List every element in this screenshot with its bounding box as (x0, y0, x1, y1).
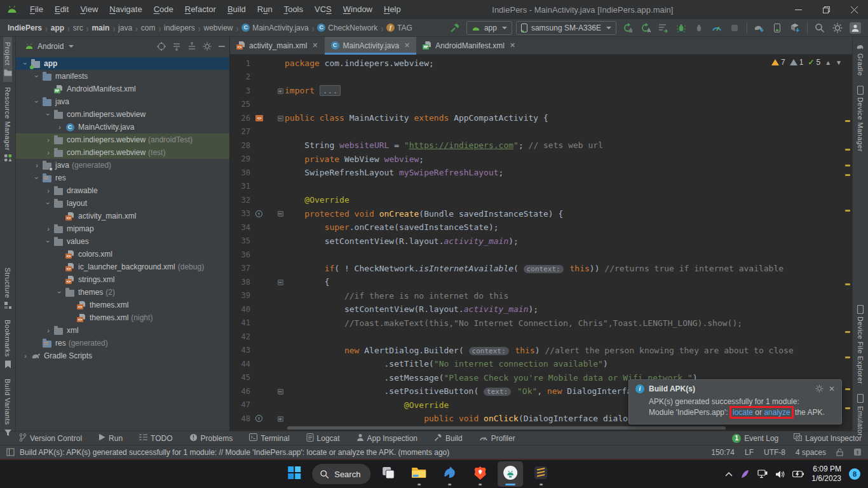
hide-panel-icon[interactable] (218, 43, 226, 50)
device-manager-icon[interactable] (770, 21, 785, 35)
tree-chevron-icon[interactable]: › (33, 97, 41, 106)
menu-run[interactable]: Run (252, 0, 278, 19)
indent-setting[interactable]: 4 spaces (796, 448, 826, 457)
breadcrumb-app[interactable]: app (51, 24, 64, 32)
taskbar-app-dolphin[interactable] (437, 461, 462, 487)
tab-close-icon[interactable]: ✕ (404, 41, 410, 50)
attach-debugger-icon[interactable] (691, 21, 707, 35)
status-message[interactable]: Build APK(s): APK(s) generated successfu… (20, 448, 449, 457)
tree-item-strings-xml[interactable]: <>strings.xml (16, 273, 229, 286)
tool-button-todo[interactable]: TODO (139, 433, 172, 443)
code-line[interactable]: 40 setContentView(R.layout.activity_main… (230, 302, 852, 316)
caret-position[interactable]: 150:74 (711, 448, 735, 457)
tree-item-ic-launcher-background-xml-debug-[interactable]: <>ic_launcher_background.xml(debug) (16, 261, 229, 273)
code-line[interactable]: 39 //if there is no internet do this (230, 289, 852, 303)
settings-icon[interactable] (830, 21, 845, 35)
tab-close-icon[interactable]: ✕ (510, 41, 515, 50)
menu-navigate[interactable]: Navigate (104, 0, 147, 19)
network-icon[interactable] (757, 470, 768, 478)
tree-item-com-indiepers-webview[interactable]: ›com.indiepers.webview (16, 108, 229, 121)
breadcrumb-checknetwork[interactable]: CCheckNetwork (317, 24, 377, 32)
breadcrumb-indiepers[interactable]: indiepers (164, 24, 195, 32)
code-line[interactable]: 43 new AlertDialog.Builder( context: thi… (230, 344, 852, 358)
tree-chevron-icon[interactable]: › (44, 149, 53, 156)
code-line[interactable]: 44 .setTitle("No internet connection ava… (230, 357, 852, 371)
debug-icon[interactable] (674, 21, 689, 35)
fold-marker-icon[interactable]: − (276, 115, 285, 121)
notification-close-icon[interactable]: ✕ (829, 384, 835, 393)
run-icon[interactable] (620, 21, 635, 35)
project-view-mode[interactable]: Android (37, 42, 64, 51)
taskbar-app-brave[interactable] (467, 461, 492, 487)
code-line[interactable]: 25 (230, 98, 852, 112)
breadcrumb-tag[interactable]: fTAG (386, 24, 412, 32)
stop-icon[interactable] (727, 21, 742, 35)
code-line[interactable]: 34 super.onCreate(savedInstanceState); (230, 220, 852, 234)
code-line[interactable]: 1package com.indiepers.webview; (230, 57, 852, 71)
tree-item-themes-xml[interactable]: <>themes.xml (16, 299, 229, 311)
breadcrumb-indiepers[interactable]: IndiePers (8, 24, 42, 32)
fold-marker-icon[interactable]: + (276, 88, 285, 94)
taskbar-app-task-view[interactable] (376, 461, 401, 487)
code-line[interactable]: 31 (230, 180, 852, 194)
tree-chevron-icon[interactable]: › (44, 199, 52, 208)
breadcrumb-src[interactable]: src (73, 24, 83, 32)
menu-file[interactable]: File (24, 0, 49, 19)
tree-item-com-indiepers-webview-androidtest-[interactable]: ›com.indiepers.webview(androidTest) (16, 133, 229, 146)
file-encoding[interactable]: UTF-8 (764, 448, 785, 457)
tree-chevron-icon[interactable]: › (21, 352, 30, 360)
fold-marker-icon[interactable]: − (276, 210, 285, 217)
prev-problem-icon[interactable]: ▲ (825, 59, 831, 66)
tray-feather-icon[interactable] (740, 470, 750, 479)
tool-button-event-log[interactable]: 1Event Log (732, 433, 778, 443)
tree-chevron-icon[interactable]: › (33, 72, 41, 81)
tree-chevron-icon[interactable]: › (44, 327, 53, 334)
tree-item-colors-xml[interactable]: <>colors.xml (16, 248, 229, 261)
menu-vcs[interactable]: VCS (309, 0, 337, 19)
tree-chevron-icon[interactable]: › (44, 136, 53, 144)
tool-stripe-structure[interactable]: Structure (3, 262, 12, 315)
notification-settings-gear-icon[interactable] (815, 384, 824, 393)
tree-chevron-icon[interactable]: › (33, 173, 41, 182)
taskbar-app-file-explorer[interactable] (406, 461, 431, 487)
tab-close-icon[interactable]: ✕ (312, 41, 318, 50)
breadcrumb-com[interactable]: com (141, 24, 156, 32)
run-configuration-select[interactable]: app (466, 21, 512, 35)
warning-stripe-mark[interactable] (845, 388, 850, 390)
fold-marker-icon[interactable]: + (276, 416, 285, 422)
battery-icon[interactable] (792, 470, 804, 478)
warning-stripe-mark[interactable] (845, 120, 850, 122)
locate-file-icon[interactable] (157, 42, 166, 51)
tree-item-manifests[interactable]: ›manifests (16, 70, 229, 83)
device-select[interactable]: samsung SM-A336E (516, 21, 616, 35)
tool-button-profiler[interactable]: Profiler (479, 434, 515, 443)
taskbar-search[interactable]: Search (312, 464, 370, 484)
tree-chevron-icon[interactable]: › (44, 110, 52, 119)
notification-count-badge[interactable]: 8 (849, 468, 860, 480)
tree-chevron-icon[interactable]: › (44, 237, 52, 246)
tray-chevron-up-icon[interactable] (725, 471, 733, 477)
tree-item-values[interactable]: ›values (16, 235, 229, 248)
warning-stripe-mark[interactable] (845, 174, 850, 176)
tree-item-com-indiepers-webview-test-[interactable]: ›com.indiepers.webview(test) (16, 146, 229, 159)
tree-chevron-icon[interactable]: › (44, 187, 53, 194)
close-button[interactable] (840, 0, 868, 19)
menu-code[interactable]: Code (148, 0, 179, 19)
tool-button-version-control[interactable]: Version Control (19, 433, 82, 444)
menu-build[interactable]: Build (222, 0, 252, 19)
code-line[interactable]: 26<>−public class MainActivity extends A… (230, 111, 852, 125)
tool-stripe-gradle[interactable]: Gradle (856, 37, 865, 81)
code-line[interactable]: 3+import ... (230, 84, 852, 98)
tab-androidmanifest-xml[interactable]: MFAndroidManifest.xml✕ (416, 37, 522, 54)
code-line[interactable]: 41 //Toast.makeText(this,"No Internet Co… (230, 316, 852, 330)
tree-item-java[interactable]: ›java (16, 95, 229, 108)
tool-stripe-bookmarks[interactable]: Bookmarks (3, 315, 12, 374)
next-problem-icon[interactable]: ▼ (836, 59, 842, 66)
tree-item-gradle-scripts[interactable]: ›Gradle Scripts (16, 349, 229, 362)
warning-stripe-mark[interactable] (845, 210, 850, 212)
notifications-icon[interactable]: ! (853, 448, 862, 456)
tool-stripe-device-manager[interactable]: Device Manager (856, 81, 865, 157)
apply-code-changes-icon[interactable] (656, 21, 671, 35)
tool-stripe-build-variants[interactable]: Build Variants (3, 374, 12, 442)
tree-item-app[interactable]: ›app (16, 57, 229, 70)
